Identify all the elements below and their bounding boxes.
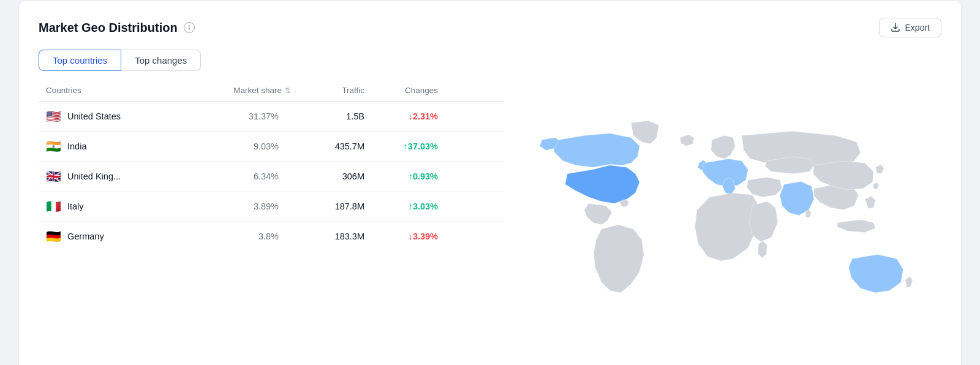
title-group: Market Geo Distribution i [39, 21, 195, 35]
market-share-value: 31.37% [181, 111, 291, 121]
country-name: India [67, 141, 86, 151]
traffic-value: 435.7M [291, 141, 364, 151]
middle-east-path [747, 177, 782, 197]
export-icon [891, 23, 900, 32]
table-row: 🇮🇹 Italy 3.89% 187.8M ↑3.03% [39, 192, 504, 222]
country-flag: 🇺🇸 [46, 110, 61, 122]
nz-path [905, 277, 913, 288]
south-america-path [594, 225, 644, 293]
country-cell: 🇮🇳 India [46, 140, 181, 152]
philippines-path [865, 196, 875, 208]
market-share-value: 6.34% [181, 171, 291, 181]
change-value: ↓3.39% [364, 231, 438, 241]
info-icon[interactable]: i [184, 22, 195, 33]
data-table: Countries Market share ⇅ Traffic Changes… [39, 86, 504, 355]
canada-path [552, 134, 639, 168]
scandinavia-path [711, 135, 736, 159]
greenland-path [631, 121, 658, 144]
table-header: Countries Market share ⇅ Traffic Changes [39, 86, 504, 102]
country-name: United King... [67, 171, 121, 181]
country-flag: 🇮🇹 [46, 200, 61, 213]
country-cell: 🇩🇪 Germany [46, 230, 181, 243]
taiwan-path [873, 182, 879, 190]
th-changes: Changes [364, 86, 438, 95]
world-map-section [504, 86, 941, 355]
market-share-value: 3.8% [181, 231, 291, 241]
th-countries: Countries [46, 86, 181, 95]
table-row: 🇮🇳 India 9.03% 435.7M ↑37.03% [39, 132, 504, 162]
traffic-value: 183.3M [291, 231, 364, 241]
country-name: Germany [67, 231, 104, 241]
country-flag: 🇬🇧 [46, 170, 61, 182]
world-map [516, 86, 941, 355]
east-africa-path [749, 201, 777, 242]
table-row: 🇩🇪 Germany 3.8% 183.3M ↓3.39% [39, 222, 504, 251]
japan-path [875, 164, 884, 173]
market-geo-distribution-card: Market Geo Distribution i Export Top cou… [18, 0, 962, 365]
china-path [813, 161, 873, 190]
market-share-value: 9.03% [181, 141, 291, 151]
country-name: United States [67, 111, 121, 121]
table-row: 🇺🇸 United States 31.37% 1.5B ↓2.31% [39, 102, 504, 132]
country-cell: 🇬🇧 United King... [46, 170, 181, 182]
th-traffic: Traffic [291, 86, 364, 95]
tab-top-changes[interactable]: Top changes [121, 50, 201, 71]
export-button[interactable]: Export [879, 18, 941, 37]
indonesia-path [837, 220, 875, 233]
sort-icon[interactable]: ⇅ [285, 86, 291, 95]
traffic-value: 1.5B [291, 111, 364, 121]
card-header: Market Geo Distribution i Export [39, 18, 941, 37]
card-title: Market Geo Distribution [39, 21, 178, 35]
traffic-value: 306M [291, 171, 364, 181]
country-cell: 🇮🇹 Italy [46, 200, 181, 213]
change-value: ↑3.03% [364, 201, 438, 211]
table-body: 🇺🇸 United States 31.37% 1.5B ↓2.31% 🇮🇳 I… [39, 102, 504, 251]
market-share-value: 3.89% [181, 201, 291, 211]
change-value: ↑37.03% [364, 141, 438, 151]
madagascar-path [758, 241, 767, 258]
th-market-share: Market share ⇅ [181, 86, 291, 95]
mexico-path [584, 203, 612, 225]
change-value: ↓2.31% [364, 111, 438, 121]
iceland-path [680, 135, 694, 146]
tab-group: Top countries Top changes [39, 50, 941, 71]
country-name: Italy [67, 201, 84, 211]
usa-path [565, 165, 639, 203]
change-value: ↑0.93% [364, 171, 438, 181]
table-row: 🇬🇧 United King... 6.34% 306M ↑0.93% [39, 162, 504, 192]
australia-path [849, 255, 903, 293]
country-flag: 🇮🇳 [46, 140, 61, 152]
africa-path [695, 193, 758, 261]
main-content: Countries Market share ⇅ Traffic Changes… [39, 86, 941, 355]
country-cell: 🇺🇸 United States [46, 110, 181, 122]
country-flag: 🇩🇪 [46, 230, 61, 243]
traffic-value: 187.8M [291, 201, 364, 211]
tab-top-countries[interactable]: Top countries [39, 50, 121, 71]
